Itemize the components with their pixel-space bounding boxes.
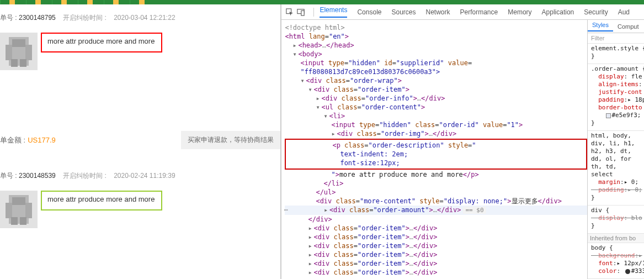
svg-rect-9 <box>6 203 12 218</box>
order-header: 单号 : 2300148795 开启纠纷时间 : 2020-03-04 12:2… <box>0 13 280 23</box>
order-block: 单号 : 2300148795 开启纠纷时间 : 2020-03-04 12:2… <box>0 4 280 149</box>
selected-eq-badge: == $0 <box>463 207 486 214</box>
rule-order-amount[interactable]: .order-amount { display: fle align-items… <box>588 64 644 131</box>
bookmark-item[interactable] <box>78 0 104 4</box>
svg-rect-13 <box>20 217 26 225</box>
amount-value: US177.9 <box>28 136 56 144</box>
styles-filter[interactable]: Filter <box>588 33 644 44</box>
order-description: more attr produce more and more <box>47 195 155 203</box>
elements-dom-tree[interactable]: <!doctype html> <html lang="en"> ▸<head>… <box>281 20 587 279</box>
product-thumbnail[interactable] <box>0 33 38 70</box>
style-text-indent: text-indent: 2em; <box>340 150 408 158</box>
style-font-size: font-size:12px; <box>340 159 400 167</box>
order-description-highlight-green: more attr produce more and more <box>41 191 162 210</box>
bookmark-bar <box>0 0 644 4</box>
svg-rect-16 <box>301 10 304 15</box>
color-swatch-icon[interactable] <box>625 269 630 274</box>
tab-sources[interactable]: Sources <box>391 8 416 16</box>
svg-rect-6 <box>20 59 26 67</box>
svg-rect-5 <box>11 59 18 67</box>
bookmark-item[interactable] <box>52 0 78 4</box>
bookmark-item[interactable] <box>104 0 130 4</box>
order-status: 买家申请退款，等待协商结果 <box>181 131 280 149</box>
dom-selected-row[interactable]: ⋯ ▸<div class="order-amount">…</div>== $… <box>285 206 587 215</box>
order-time: 2020-03-04 12:21:22 <box>114 14 175 22</box>
tab-console[interactable]: Console <box>357 8 381 16</box>
order-block: 单号 : 2300148539 开启纠纷时间 : 2020-02-24 11:1… <box>0 162 280 228</box>
bookmark-item[interactable] <box>130 0 156 4</box>
svg-rect-2 <box>6 45 12 60</box>
order-time-label: 开启纠纷时间 : <box>63 14 107 22</box>
tab-security[interactable]: Security <box>584 8 608 16</box>
bookmark-item[interactable] <box>26 0 52 4</box>
order-id: 2300148539 <box>19 172 56 180</box>
supplier-id-value: "ff8080813d7c89ce013d80376c0600a3"> <box>300 68 440 76</box>
tab-elements[interactable]: Elements <box>320 6 347 18</box>
inherited-label: Inherited from bo <box>588 234 644 243</box>
order-id-label: 单号 : <box>0 14 17 22</box>
p-text: more attr produce more and more <box>339 171 463 178</box>
rule-element-style[interactable]: element.style { } <box>588 44 644 64</box>
order-header: 单号 : 2300148539 开启纠纷时间 : 2020-02-24 11:1… <box>0 171 280 181</box>
rule-reset[interactable]: html, body, div, li, h1, h2, h3, dt, dd,… <box>588 131 644 206</box>
inspect-icon[interactable] <box>286 8 294 16</box>
product-thumbnail[interactable] <box>0 191 38 228</box>
order-time: 2020-02-24 11:19:39 <box>114 172 175 180</box>
svg-rect-4 <box>12 39 25 47</box>
order-time-label: 开启纠纷时间 : <box>63 172 107 180</box>
order-description-highlight-red: more attr produce more and more <box>41 33 162 52</box>
rule-body[interactable]: body { background:▸ font:▸ 12px/1 Arial,… <box>588 243 644 279</box>
amount-label: 单金额 : <box>0 135 25 145</box>
color-swatch-icon[interactable] <box>606 113 611 118</box>
tab-memory[interactable]: Memory <box>508 8 531 16</box>
devtools-tabs: Elements Console Sources Network Perform… <box>281 4 644 20</box>
tab-network[interactable]: Network <box>426 8 450 16</box>
tab-audits[interactable]: Aud <box>618 8 630 16</box>
order-description: more attr produce more and more <box>47 37 155 45</box>
device-toggle-icon[interactable] <box>297 8 305 16</box>
tab-performance[interactable]: Performance <box>460 8 498 16</box>
svg-rect-10 <box>25 203 32 218</box>
app-preview-pane[interactable]: 单号 : 2300148795 开启纠纷时间 : 2020-03-04 12:2… <box>0 4 281 279</box>
svg-rect-3 <box>25 45 32 60</box>
tab-application[interactable]: Application <box>542 8 574 16</box>
dom-doctype[interactable]: <!doctype html> <box>285 23 587 32</box>
bookmark-item[interactable] <box>0 0 26 4</box>
styles-tab[interactable]: Styles <box>588 22 613 31</box>
more-content-text: 显示更多 <box>512 197 538 205</box>
svg-rect-12 <box>11 217 18 225</box>
styles-pane[interactable]: Styles Comput Filter element.style { } .… <box>587 20 644 279</box>
dom-highlight-red: <p class="order-description" style=" tex… <box>285 139 587 170</box>
rule-div[interactable]: div { display: blo } <box>588 206 644 234</box>
computed-tab[interactable]: Comput <box>613 23 643 30</box>
order-id-label: 单号 : <box>0 172 17 180</box>
svg-rect-11 <box>12 197 25 205</box>
devtools-panel: Elements Console Sources Network Perform… <box>281 4 644 279</box>
order-id: 2300148795 <box>19 14 56 22</box>
